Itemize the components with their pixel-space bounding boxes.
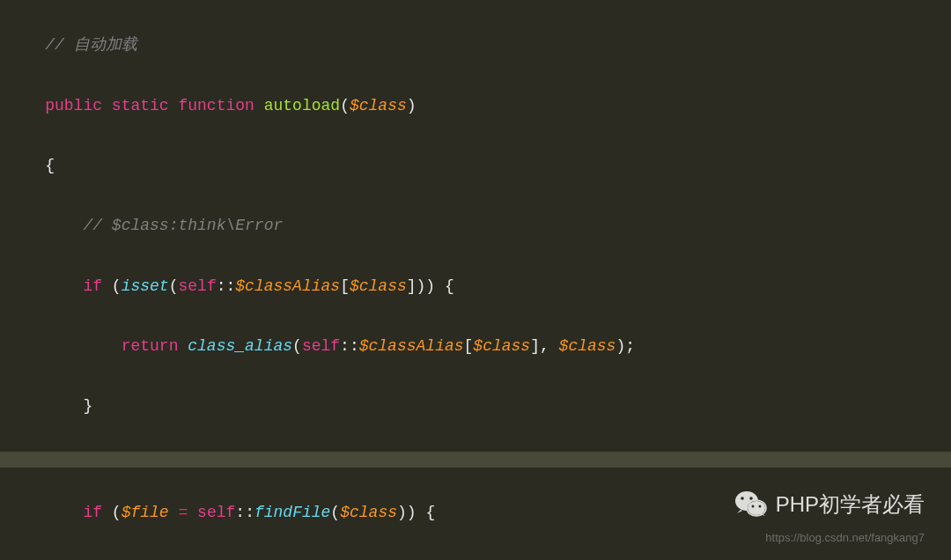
wechat-icon [734, 487, 769, 522]
watermark-url: https://blog.csdn.net/fangkang7 [765, 527, 925, 549]
code-line: } [7, 391, 944, 421]
svg-point-7 [758, 505, 761, 508]
svg-point-5 [749, 497, 753, 500]
code-line: public static function autoload($class) [7, 91, 944, 121]
svg-point-6 [751, 505, 754, 508]
code-line: if (isset(self::$classAlias[$class])) { [7, 271, 944, 301]
code-line: return class_alias(self::$classAlias[$cl… [7, 331, 944, 361]
code-line: // 自动加载 [7, 30, 944, 60]
highlighted-line [0, 452, 951, 468]
code-line: // $class:think\Error [7, 210, 944, 240]
svg-point-3 [748, 501, 765, 515]
watermark-title: PHP初学者必看 [776, 484, 925, 525]
code-editor[interactable]: // 自动加载 public static function autoload(… [0, 0, 951, 560]
comment: // 自动加载 [45, 36, 136, 54]
svg-point-4 [741, 497, 744, 500]
code-line: { [7, 151, 944, 181]
watermark-logo: PHP初学者必看 [734, 484, 925, 525]
